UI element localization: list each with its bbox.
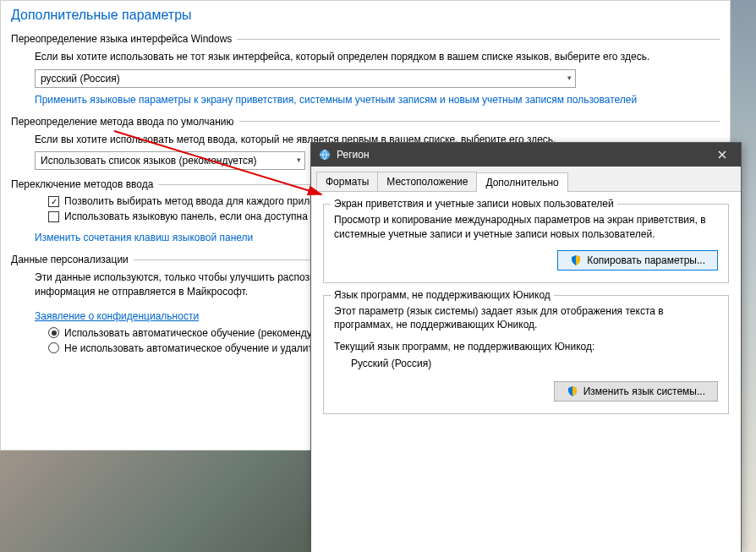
close-icon: [718, 150, 726, 159]
per-app-input-checkbox[interactable]: ✓: [48, 196, 59, 207]
shield-icon: [570, 254, 582, 266]
chevron-down-icon: ▾: [297, 156, 301, 164]
privacy-statement-link[interactable]: Заявление о конфиденциальности: [35, 309, 199, 324]
close-button[interactable]: [704, 143, 741, 167]
non-unicode-group-title: Язык программ, не поддерживающих Юникод: [331, 289, 554, 301]
section-header-input-method: Переопределение метода ввода по умолчани…: [11, 116, 720, 128]
non-unicode-group: Язык программ, не поддерживающих Юникод …: [323, 295, 729, 415]
dialog-title: Регион: [337, 149, 704, 161]
language-bar-checkbox[interactable]: [48, 211, 59, 222]
shield-icon: [567, 385, 578, 397]
tab-location[interactable]: Местоположение: [377, 172, 477, 191]
welcome-screen-group-text: Просмотр и копирование международных пар…: [334, 213, 718, 242]
no-auto-learn-radio[interactable]: [48, 342, 59, 353]
globe-icon: [318, 148, 331, 161]
non-unicode-group-text: Этот параметр (язык системы) задает язык…: [334, 304, 718, 333]
auto-learn-radio[interactable]: [48, 327, 59, 338]
input-method-dropdown[interactable]: Использовать список языков (рекомендуетс…: [35, 151, 305, 170]
welcome-screen-group: Экран приветствия и учетные записи новых…: [323, 204, 729, 283]
language-bar-label: Использовать языковую панель, если она д…: [64, 210, 308, 222]
change-system-locale-button[interactable]: Изменить язык системы...: [554, 381, 718, 402]
tab-formats[interactable]: Форматы: [316, 172, 378, 191]
display-language-dropdown[interactable]: русский (Россия) ▾: [35, 69, 576, 88]
dialog-tabs: Форматы Местоположение Дополнительно: [311, 167, 741, 192]
change-hotkeys-link[interactable]: Изменить сочетания клавиш языковой панел…: [35, 231, 253, 245]
chevron-down-icon: ▾: [567, 74, 572, 82]
dialog-titlebar[interactable]: Регион: [311, 143, 741, 167]
current-locale-label: Текущий язык программ, не поддерживающих…: [334, 341, 718, 353]
display-language-description: Если вы хотите использовать не тот язык …: [35, 50, 720, 64]
auto-learn-label: Использовать автоматическое обучение (ре…: [64, 327, 336, 339]
section-header-display-language: Переопределение языка интерфейса Windows: [11, 33, 720, 45]
copy-settings-button[interactable]: Копировать параметры...: [557, 250, 718, 271]
welcome-screen-group-title: Экран приветствия и учетные записи новых…: [331, 198, 617, 210]
apply-to-welcome-screen-link[interactable]: Применить языковые параметры к экрану пр…: [35, 93, 637, 107]
page-title: Дополнительные параметры: [11, 8, 720, 23]
current-locale-value: Русский (Россия): [334, 358, 718, 369]
per-app-input-label: Позволить выбирать метод ввода для каждо…: [64, 195, 344, 207]
region-dialog: Регион Форматы Местоположение Дополнител…: [310, 142, 742, 552]
tab-administrative[interactable]: Дополнительно: [476, 172, 567, 192]
